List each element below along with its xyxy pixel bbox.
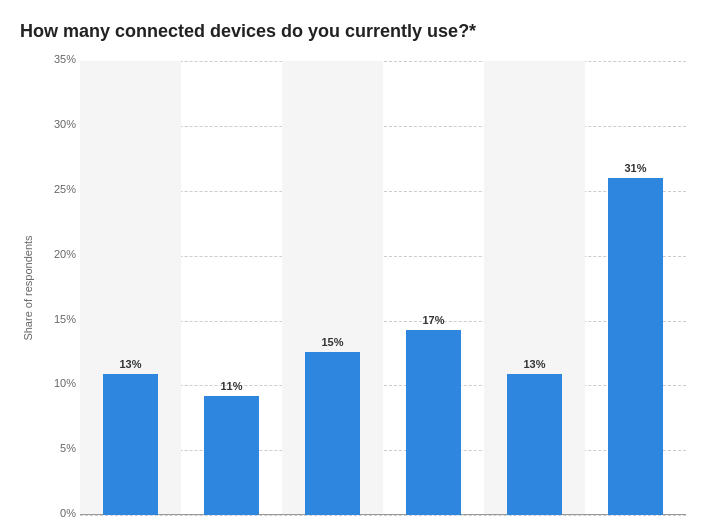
y-tick-label: 20%	[38, 248, 76, 260]
y-axis-label: Share of respondents	[20, 61, 36, 515]
bar-value-label: 11%	[181, 380, 282, 392]
bar	[204, 396, 260, 515]
y-tick-label: 15%	[38, 313, 76, 325]
grid-and-bars: 35% 30% 25% 20% 15% 10% 5%	[42, 61, 686, 515]
y-tick-label: 10%	[38, 377, 76, 389]
bar-value-label: 15%	[282, 336, 383, 348]
y-tick-label: 35%	[38, 53, 76, 65]
chart-area: 35% 30% 25% 20% 15% 10% 5%	[42, 61, 686, 515]
bar-value-label: 13%	[80, 358, 181, 370]
bar	[406, 330, 462, 515]
grid-line: 0%	[80, 515, 686, 516]
bar	[305, 352, 361, 515]
y-tick-label: 30%	[38, 118, 76, 130]
x-axis-line	[80, 514, 686, 515]
chart-title: How many connected devices do you curren…	[20, 20, 686, 43]
bar-value-label: 31%	[585, 162, 686, 174]
chart-body: Share of respondents 35% 30% 25% 20% 15%	[20, 61, 686, 515]
y-tick-label: 25%	[38, 183, 76, 195]
y-tick-label: 0%	[38, 507, 76, 519]
bar	[103, 374, 159, 515]
chart-container: How many connected devices do you curren…	[0, 0, 706, 525]
bar	[507, 374, 563, 515]
bar-value-label: 17%	[383, 314, 484, 326]
bar	[608, 178, 664, 515]
y-tick-label: 5%	[38, 442, 76, 454]
bar-value-label: 13%	[484, 358, 585, 370]
